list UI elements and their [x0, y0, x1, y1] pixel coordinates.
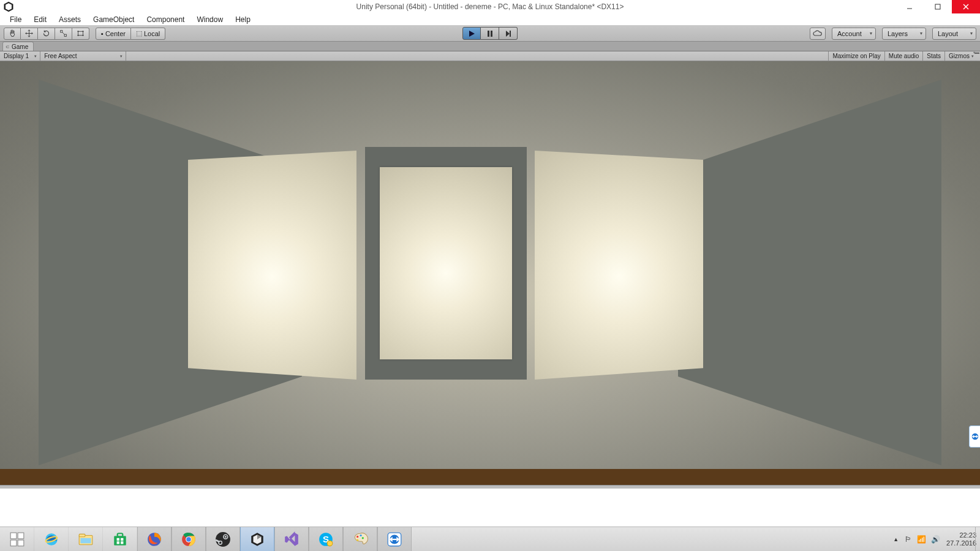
tray-network-icon[interactable]: 📶 — [917, 535, 926, 544]
taskbar-teamviewer-icon[interactable] — [377, 527, 412, 552]
svg-rect-34 — [116, 538, 119, 540]
taskbar-skype-icon[interactable]: S — [309, 527, 343, 552]
hand-tool-button[interactable] — [4, 28, 21, 40]
gizmos-label: Gizmos — [949, 53, 970, 59]
svg-rect-22 — [974, 436, 976, 437]
svg-rect-31 — [80, 538, 91, 543]
menu-gameobject[interactable]: GameObject — [87, 14, 140, 25]
svg-point-44 — [225, 536, 227, 538]
svg-rect-33 — [117, 533, 123, 536]
svg-rect-15 — [488, 31, 489, 37]
scene-canvas-right — [535, 151, 703, 380]
tab-game-label: Game — [12, 43, 28, 50]
svg-point-52 — [356, 536, 358, 538]
tray-clock[interactable]: 22:23 27.7.2016 — [946, 531, 976, 546]
taskbar-store-icon[interactable] — [103, 527, 137, 552]
teamviewer-panel-icon[interactable] — [969, 425, 980, 448]
tray-volume-icon[interactable]: 🔊 — [931, 535, 940, 544]
taskbar-explorer-icon[interactable] — [69, 527, 103, 552]
step-button[interactable] — [499, 27, 518, 40]
rotate-tool-button[interactable] — [38, 28, 55, 40]
svg-marker-14 — [469, 31, 475, 37]
pivot-center-label: Center — [105, 30, 126, 37]
layers-label: Layers — [888, 30, 908, 37]
svg-rect-9 — [78, 31, 83, 36]
menu-help[interactable]: Help — [229, 14, 257, 25]
pivot-center-button[interactable]: ▪Center — [96, 28, 131, 40]
menu-file[interactable]: File — [4, 14, 28, 25]
aspect-dropdown[interactable]: Free Aspect — [40, 51, 126, 61]
menu-component[interactable]: Component — [140, 14, 190, 25]
taskbar-steam-icon[interactable] — [206, 527, 240, 552]
svg-rect-32 — [114, 536, 126, 545]
account-label: Account — [837, 30, 862, 37]
cloud-button[interactable] — [810, 28, 826, 40]
maximize-on-play-toggle[interactable]: Maximize on Play — [828, 51, 884, 61]
svg-point-13 — [83, 35, 84, 36]
mute-label: Mute audio — [889, 53, 919, 59]
scale-tool-button[interactable] — [55, 28, 72, 40]
play-button[interactable] — [462, 27, 481, 40]
taskbar-firefox-icon[interactable] — [137, 527, 172, 552]
mute-audio-toggle[interactable]: Mute audio — [884, 51, 922, 61]
windows-taskbar: S ▲ 🏳 📶 🔊 22:23 27.7.2016 — [0, 527, 980, 551]
svg-rect-30 — [79, 534, 85, 536]
layout-label: Layout — [938, 30, 958, 37]
taskbar-paint-icon[interactable] — [343, 527, 377, 552]
window-close-button[interactable] — [952, 0, 980, 13]
window-minimize-button[interactable] — [895, 0, 924, 13]
tray-flag-icon[interactable]: 🏳 — [905, 535, 912, 544]
move-tool-button[interactable] — [21, 28, 38, 40]
taskbar-visualstudio-icon[interactable] — [274, 527, 309, 552]
menu-edit[interactable]: Edit — [28, 14, 53, 25]
display-label: Display 1 — [4, 53, 29, 59]
pivot-local-button[interactable]: ⬚Local — [131, 28, 165, 40]
scene-floor — [0, 469, 980, 485]
layout-dropdown[interactable]: Layout — [932, 28, 976, 40]
layers-dropdown[interactable]: Layers — [882, 28, 926, 40]
svg-rect-24 — [18, 533, 24, 539]
display-dropdown[interactable]: Display 1 — [0, 51, 40, 61]
svg-point-11 — [83, 31, 84, 32]
taskbar-ie-icon[interactable] — [34, 527, 69, 552]
taskbar-chrome-icon[interactable] — [172, 527, 206, 552]
game-view[interactable] — [0, 61, 980, 485]
window-maximize-button[interactable] — [924, 0, 952, 13]
tab-game[interactable]: Game — [2, 42, 34, 51]
svg-point-41 — [186, 537, 191, 542]
transform-tool-group — [4, 28, 89, 40]
pause-button[interactable] — [481, 27, 499, 40]
svg-rect-25 — [10, 540, 17, 546]
svg-line-8 — [62, 32, 64, 34]
svg-rect-60 — [393, 538, 397, 539]
stats-toggle[interactable]: Stats — [922, 51, 944, 61]
menu-window[interactable]: Window — [190, 14, 229, 25]
taskbar-unity-icon[interactable] — [240, 527, 274, 552]
pivot-local-label: Local — [144, 30, 160, 37]
tray-date: 27.7.2016 — [946, 539, 976, 547]
tray-expand-icon[interactable]: ▲ — [893, 536, 899, 542]
svg-rect-3 — [935, 4, 940, 9]
menu-assets[interactable]: Assets — [53, 14, 87, 25]
show-desktop-button[interactable] — [975, 527, 980, 552]
start-button[interactable] — [0, 527, 34, 552]
view-tabstrip: Game — [0, 42, 980, 51]
play-controls — [462, 27, 518, 40]
rect-tool-button[interactable] — [72, 28, 89, 40]
tray-time: 22:23 — [946, 531, 976, 539]
account-dropdown[interactable]: Account — [832, 28, 876, 40]
aspect-label: Free Aspect — [44, 53, 77, 59]
system-tray: ▲ 🏳 📶 🔊 22:23 27.7.2016 — [893, 527, 976, 552]
svg-point-51 — [327, 541, 333, 546]
svg-rect-35 — [121, 538, 123, 540]
stats-label: Stats — [927, 53, 941, 59]
svg-rect-7 — [64, 34, 66, 36]
game-subbar: Display 1 Free Aspect ▪▬ Maximize on Pla… — [0, 51, 980, 61]
scene-wall-right — [678, 80, 941, 465]
svg-point-12 — [77, 35, 78, 36]
svg-marker-17 — [506, 31, 510, 37]
svg-rect-36 — [116, 541, 119, 544]
svg-rect-6 — [61, 31, 62, 32]
gizmos-dropdown[interactable]: Gizmos — [944, 51, 978, 61]
svg-point-55 — [356, 539, 358, 541]
